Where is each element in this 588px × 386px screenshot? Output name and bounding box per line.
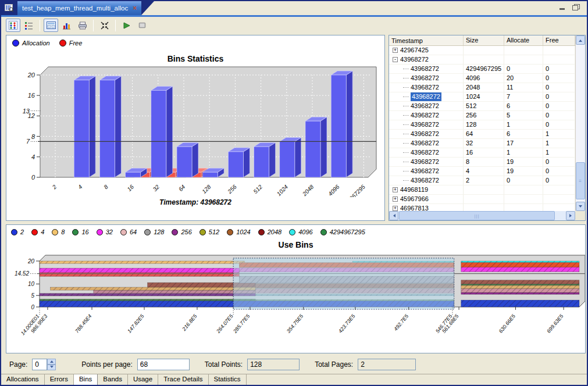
size-cell[interactable]: 256 xyxy=(464,111,504,120)
timestamp-cell[interactable]: 43968272 xyxy=(411,65,439,73)
scroll-left-button[interactable] xyxy=(389,211,398,220)
free-cell[interactable] xyxy=(543,46,575,55)
print-button[interactable] xyxy=(75,19,90,32)
size-cell[interactable]: 16 xyxy=(464,148,504,158)
vertical-scroll-thumb[interactable]: ≡ xyxy=(576,162,585,199)
size-cell[interactable] xyxy=(464,204,504,211)
restore-icon[interactable] xyxy=(572,4,580,10)
stop-button[interactable] xyxy=(135,19,149,32)
table-row[interactable]: 439682721611 xyxy=(389,148,575,158)
table-row[interactable]: 439682724190 xyxy=(389,167,575,176)
table-row[interactable]: 4396827225650 xyxy=(389,111,575,120)
size-cell[interactable]: 1024 xyxy=(464,92,504,102)
spinner-down-button[interactable] xyxy=(47,364,56,370)
allocate-cell[interactable] xyxy=(504,55,543,65)
timestamp-cell[interactable]: 43968272 xyxy=(411,74,439,83)
use-bins-chart[interactable]: 05102014.5214.000E01986.95E3788.45E4147.… xyxy=(6,251,585,353)
free-cell[interactable]: 0 xyxy=(543,74,575,83)
thumbnails-view-button[interactable] xyxy=(6,19,20,32)
allocate-cell[interactable]: 0 xyxy=(504,176,543,185)
timestamp-cell[interactable]: 43968272 xyxy=(411,148,439,157)
allocate-cell[interactable]: 19 xyxy=(504,167,543,176)
size-cell[interactable]: 2048 xyxy=(464,83,504,92)
allocate-cell[interactable]: 20 xyxy=(504,74,543,83)
timestamp-cell[interactable]: 43968272 xyxy=(411,139,439,148)
bottom-tab-bins[interactable]: Bins xyxy=(74,374,98,385)
allocate-cell[interactable]: 0 xyxy=(504,65,543,74)
free-cell[interactable]: 0 xyxy=(543,120,575,130)
allocate-cell[interactable]: 6 xyxy=(504,102,543,111)
size-cell[interactable] xyxy=(464,55,504,65)
size-cell[interactable]: 2 xyxy=(464,176,504,185)
free-cell[interactable]: 0 xyxy=(543,158,575,167)
timestamp-cell[interactable]: 43968272 xyxy=(411,158,439,166)
allocate-cell[interactable]: 1 xyxy=(504,120,543,130)
free-cell[interactable]: 0 xyxy=(543,92,575,102)
table-row[interactable]: 439682726461 xyxy=(389,130,575,139)
horizontal-scrollbar[interactable]: ||| xyxy=(389,211,575,220)
allocate-cell[interactable]: 7 xyxy=(504,92,543,102)
timestamp-cell[interactable]: 43968272 xyxy=(400,55,429,64)
run-button[interactable] xyxy=(119,19,134,32)
timestamp-cell[interactable]: 45967966 xyxy=(400,195,429,203)
scroll-right-button[interactable] xyxy=(566,211,575,220)
free-cell[interactable] xyxy=(543,55,575,65)
size-cell[interactable]: 4 xyxy=(464,167,504,176)
minimize-icon[interactable] xyxy=(559,4,566,10)
allocate-cell[interactable]: 17 xyxy=(504,139,543,148)
table-row[interactable]: 4396827251260 xyxy=(389,102,575,111)
chart-view-button[interactable] xyxy=(59,19,74,32)
allocate-cell[interactable]: 1 xyxy=(504,148,543,158)
table-row[interactable]: 439682728190 xyxy=(389,158,575,167)
allocate-cell[interactable]: 5 xyxy=(504,111,543,120)
tab-close-icon[interactable]: × xyxy=(133,5,137,12)
column-header-allocate[interactable]: Allocate xyxy=(504,35,543,45)
size-cell[interactable]: 512 xyxy=(464,102,504,111)
table-row[interactable]: +42967425 xyxy=(389,46,575,55)
timestamp-cell[interactable]: 43968272 xyxy=(411,176,439,185)
expand-icon[interactable]: + xyxy=(393,187,398,192)
collapse-icon[interactable]: - xyxy=(393,57,398,62)
bottom-tab-errors[interactable]: Errors xyxy=(45,374,74,385)
bottom-tab-statistics[interactable]: Statistics xyxy=(209,374,247,385)
free-cell[interactable]: 0 xyxy=(543,65,575,74)
page-spinner-input[interactable] xyxy=(32,359,47,370)
timestamp-cell[interactable]: 43968272 xyxy=(411,111,439,120)
size-cell[interactable] xyxy=(464,195,504,204)
table-row[interactable]: -43968272 xyxy=(389,55,575,65)
timestamp-cell[interactable]: 42967425 xyxy=(400,46,429,55)
free-cell[interactable]: 0 xyxy=(543,176,575,185)
timestamp-cell[interactable]: 43968272 xyxy=(411,167,439,176)
free-cell[interactable] xyxy=(543,204,575,211)
allocate-cell[interactable] xyxy=(504,204,543,211)
allocate-cell[interactable]: 19 xyxy=(504,158,543,167)
size-cell[interactable]: 32 xyxy=(464,139,504,148)
free-cell[interactable]: 0 xyxy=(543,102,575,111)
scroll-up-button[interactable] xyxy=(576,35,585,45)
details-view-button[interactable] xyxy=(22,19,36,32)
size-cell[interactable] xyxy=(464,46,504,55)
timestamp-cell[interactable]: 43968272 xyxy=(411,120,439,129)
free-cell[interactable] xyxy=(543,195,575,204)
scroll-down-button[interactable] xyxy=(576,202,585,211)
bottom-tab-bands[interactable]: Bands xyxy=(98,374,128,385)
timestamp-cell[interactable]: 43968272 xyxy=(411,83,439,92)
bottom-tab-allocations[interactable]: Allocations xyxy=(1,374,45,385)
table-row[interactable]: +46967813 xyxy=(389,204,575,211)
column-header-timestamp[interactable]: Timestamp xyxy=(389,35,464,45)
spinner-up-button[interactable] xyxy=(47,359,56,364)
bottom-tab-usage[interactable]: Usage xyxy=(128,374,158,385)
points-per-page-input[interactable] xyxy=(137,359,190,370)
editor-tab[interactable]: test_heap_mem_thread_multi_alloc × xyxy=(17,1,141,15)
timestamp-cell[interactable]: 43968272 xyxy=(411,102,439,110)
free-cell[interactable]: 0 xyxy=(543,167,575,176)
expand-icon[interactable]: + xyxy=(393,196,398,202)
allocate-cell[interactable]: 6 xyxy=(504,130,543,139)
table-row[interactable]: 4396827232171 xyxy=(389,139,575,148)
size-cell[interactable]: 4096 xyxy=(464,74,504,83)
expand-icon[interactable]: + xyxy=(393,206,398,211)
table-row[interactable]: 4396827212810 xyxy=(389,120,575,130)
free-cell[interactable]: 0 xyxy=(543,111,575,120)
size-cell[interactable]: 4294967295 xyxy=(464,65,504,74)
column-header-size[interactable]: Size xyxy=(464,35,504,45)
